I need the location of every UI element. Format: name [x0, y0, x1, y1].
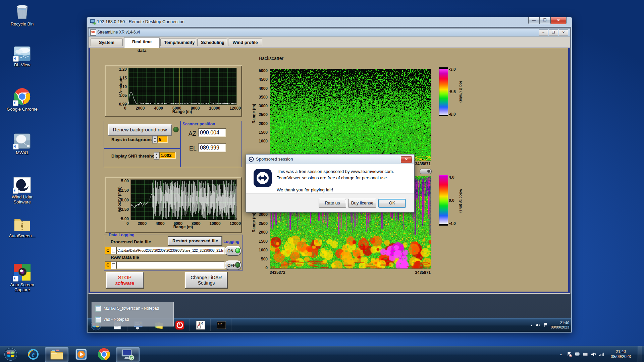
raw-path-field[interactable]: [116, 261, 225, 269]
change-lidar-settings-button[interactable]: Change LiDAR Settings: [185, 272, 227, 288]
streamline-titlebar[interactable]: XR StreamLine XR v14-6.vi – ❐ ✕: [89, 28, 570, 37]
processed-logging-toggle[interactable]: ON: [225, 246, 241, 256]
volume-icon[interactable]: [535, 322, 541, 328]
rdp-minimize-button[interactable]: —: [528, 17, 539, 24]
desktop-icon-mw41[interactable]: MW41: [6, 133, 38, 155]
velocity-colorbar-label: Velocity (m/s): [459, 189, 463, 213]
snr-value-field[interactable]: 1.002: [159, 152, 176, 159]
action-center-flag-icon[interactable]: [543, 322, 548, 328]
velocity-plot: [130, 179, 237, 220]
tick-label: -5.5: [449, 90, 456, 94]
tray-chevron-icon[interactable]: ▲: [530, 324, 533, 327]
rdp-close-button[interactable]: ✕: [550, 17, 567, 24]
show-desktop-button[interactable]: [638, 346, 642, 362]
taskbar-xr-button[interactable]: XR: [191, 319, 211, 331]
keyboard-language-icon[interactable]: [583, 352, 588, 357]
tick-label: 1500: [259, 130, 268, 134]
tab-scheduling[interactable]: Scheduling: [197, 39, 227, 46]
host-system-tray: ▲ 21:40 08/09/2023: [559, 346, 644, 362]
taskbar-cmd-button[interactable]: C:\_: [212, 319, 231, 331]
processed-drive-box[interactable]: C: [105, 247, 111, 254]
taskbar-group-popup: M2HATS_towerscan - Notepad vad - Notepad: [92, 302, 174, 326]
desktop-icon-autoscreen-zip[interactable]: AutoScreen...: [6, 217, 38, 238]
rays-in-background-label: Rays in background: [111, 137, 153, 142]
host-explorer-button[interactable]: [45, 347, 68, 362]
desktop-icon-label: BL-View: [6, 62, 38, 67]
scanner-position-label: Scanner position: [182, 122, 215, 126]
desktop-icon-label: Wind Lidar Software: [6, 194, 38, 204]
notepad-icon: [95, 305, 101, 312]
volume-icon[interactable]: [591, 352, 596, 357]
tick-label: 5000: [259, 69, 268, 73]
vi-minimize-button[interactable]: –: [539, 29, 548, 36]
browse-file-icon[interactable]: [111, 261, 116, 269]
ok-button[interactable]: OK: [378, 199, 406, 208]
tick-label: 10000: [209, 221, 220, 226]
el-value-field[interactable]: 089.999: [198, 143, 226, 152]
host-chrome-button[interactable]: [95, 347, 113, 361]
snr-spinner[interactable]: [154, 152, 159, 160]
rate-us-button[interactable]: Rate us: [319, 199, 346, 208]
renew-background-button[interactable]: Renew background now: [108, 124, 172, 136]
dialog-close-button[interactable]: ✕: [401, 156, 412, 163]
remote-clock[interactable]: 21:40 08/09/2023: [551, 321, 569, 329]
restart-processed-file-button[interactable]: Restart processed file: [168, 237, 222, 245]
host-ie-button[interactable]: e: [25, 347, 41, 361]
xr-app-icon: XR: [196, 320, 205, 330]
popup-item-vad[interactable]: vad - Notepad: [95, 316, 129, 323]
desktop-icon-recycle-bin[interactable]: Recycle Bin: [6, 3, 38, 26]
spinner-down-icon[interactable]: [153, 140, 157, 143]
tick-label: 500: [261, 257, 268, 261]
raw-logging-toggle[interactable]: OFF: [225, 260, 241, 270]
stop-software-button[interactable]: STOP software: [106, 272, 144, 288]
tick-label: -2.50: [120, 207, 129, 212]
tab-system-setup[interactable]: System setup: [91, 39, 123, 46]
tick-label: 1.10: [119, 85, 127, 89]
desktop-icon-google-chrome[interactable]: Google Chrome: [6, 88, 38, 112]
rdp-tray-icon[interactable]: [575, 352, 580, 357]
dialog-titlebar[interactable]: Sponsored session ✕: [246, 155, 414, 164]
raw-data-file-label: RAW Data file: [111, 255, 139, 260]
vi-maximize-button[interactable]: ❐: [549, 29, 558, 36]
host-clock-date: 08/09/2023: [607, 354, 635, 359]
tab-temp-humidity[interactable]: Temp/humidity: [160, 39, 196, 46]
tab-wind-profile[interactable]: Wind profile: [228, 39, 262, 46]
raw-drive-box[interactable]: C: [105, 261, 111, 269]
vi-close-button[interactable]: ✕: [559, 29, 568, 36]
buy-license-button[interactable]: Buy license: [348, 199, 376, 208]
host-start-button[interactable]: [3, 347, 18, 361]
az-value-field[interactable]: 090.004: [198, 128, 226, 137]
popup-item-m2hats[interactable]: M2HATS_towerscan - Notepad: [95, 305, 159, 312]
dialog-text: This was a free session sponsored by www…: [277, 168, 394, 193]
el-label: EL: [189, 145, 197, 152]
tab-real-time-data[interactable]: Real time data: [124, 37, 160, 48]
rdp-caption-buttons: — ❒ ✕: [528, 17, 567, 24]
desktop-icon-bl-view[interactable]: BL-View: [6, 46, 38, 67]
processed-path-field[interactable]: [116, 247, 225, 254]
tick-label: 2000: [259, 122, 268, 126]
command-prompt-icon: C:\_: [217, 321, 226, 329]
desktop-icon-wind-lidar[interactable]: Wind Lidar Software: [6, 177, 38, 204]
renew-led-indicator: [173, 127, 179, 132]
tick-label: 5.00: [121, 179, 129, 183]
tick-label: 2000: [138, 221, 147, 226]
rays-spinner[interactable]: [152, 136, 157, 143]
host-clock[interactable]: 21:40 08/09/2023: [607, 349, 635, 359]
host-rdp-button[interactable]: [116, 347, 140, 362]
tray-chevron-icon[interactable]: ▲: [559, 353, 562, 356]
mini-toggle-switch[interactable]: [420, 169, 432, 174]
backscatter-y-ticks: 500045004000350030002500200015001000: [254, 69, 268, 143]
spinner-down-icon[interactable]: [154, 156, 159, 159]
action-center-flag-icon[interactable]: [567, 352, 572, 357]
rdp-titlebar[interactable]: 192.168.0.150 - Remote Desktop Connectio…: [87, 17, 572, 27]
tick-label: 2.50: [121, 188, 129, 192]
rays-value-field[interactable]: 8: [157, 136, 168, 143]
host-wmp-button[interactable]: [72, 347, 90, 361]
tick-label: 2500: [259, 113, 268, 117]
rdp-maximize-button[interactable]: ❒: [539, 17, 550, 24]
teamviewer-logo: [253, 169, 272, 187]
network-icon[interactable]: [599, 352, 604, 357]
remote-desktop-icon: [121, 348, 135, 361]
browse-file-icon[interactable]: [111, 247, 116, 254]
desktop-icon-auto-screen-capture[interactable]: Auto Screen Capture: [6, 263, 38, 292]
